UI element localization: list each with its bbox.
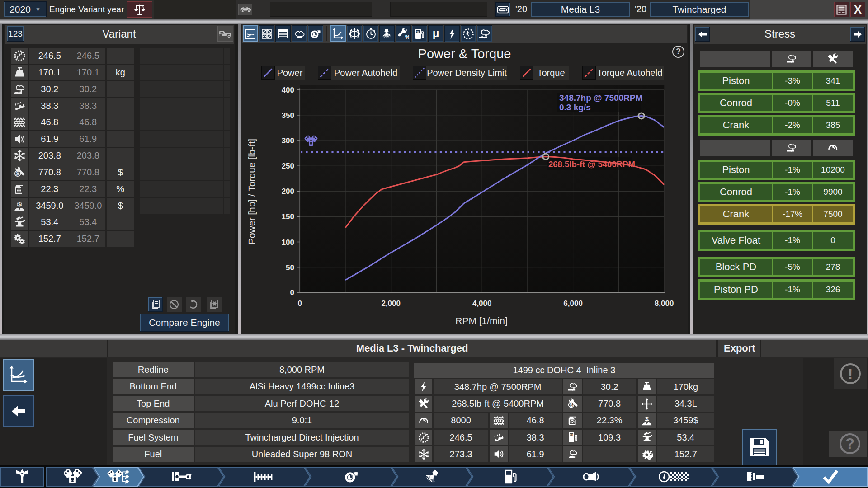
svg-text:348.7hp @ 7500RPM: 348.7hp @ 7500RPM: [559, 93, 642, 103]
svg-text:0: 0: [290, 288, 294, 297]
svg-text:2,000: 2,000: [381, 299, 401, 308]
svg-text:100: 100: [282, 238, 294, 247]
svg-text:RPM [1/min]: RPM [1/min]: [455, 315, 508, 326]
svg-text:91: 91: [570, 433, 573, 436]
svg-text:250: 250: [282, 162, 294, 170]
svg-text:$: $: [18, 202, 21, 207]
svg-text:8,000: 8,000: [655, 299, 674, 308]
svg-text:μ: μ: [433, 28, 439, 39]
svg-text:0.3 kg/s: 0.3 kg/s: [559, 103, 591, 112]
svg-text:0: 0: [298, 299, 302, 308]
svg-text:$: $: [570, 402, 573, 407]
svg-text:150: 150: [282, 212, 294, 221]
svg-text:$: $: [16, 170, 19, 177]
svg-text:350: 350: [282, 111, 294, 120]
svg-text:$: $: [646, 417, 648, 422]
svg-text:50: 50: [286, 263, 294, 272]
svg-text:Power [hp] / Torque [lb-ft]: Power [hp] / Torque [lb-ft]: [246, 139, 257, 244]
svg-text:4,000: 4,000: [472, 299, 492, 308]
svg-text:400: 400: [282, 86, 294, 94]
svg-text:268.5lb-ft @ 5400RPM: 268.5lb-ft @ 5400RPM: [548, 160, 635, 169]
svg-text:%: %: [417, 30, 420, 33]
svg-text:200: 200: [282, 187, 294, 196]
svg-text:300: 300: [282, 136, 294, 145]
svg-text:6,000: 6,000: [563, 299, 583, 308]
svg-text:%: %: [405, 34, 409, 40]
